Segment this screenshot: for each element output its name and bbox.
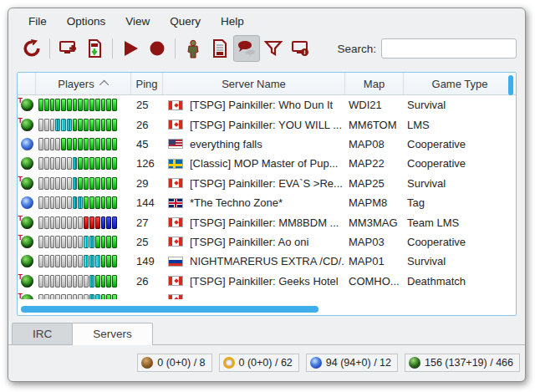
log-button[interactable] — [206, 35, 233, 62]
table-row[interactable] — [18, 291, 516, 299]
table-row[interactable]: 27 [TSPG] Painkiller: MM8BDM ... MM3MAG … — [18, 212, 516, 232]
table-row[interactable]: 149 NIGHTMARERUS EXTRA /CD/... MAP01 Sur… — [18, 252, 516, 271]
player-bar-segment — [50, 177, 55, 190]
ping-cell: 26 — [131, 275, 163, 288]
server-name-cell: [TSPG] Painkiller: Geeks Hotel — [163, 275, 345, 288]
player-bar-segment — [78, 177, 83, 190]
server-details-button[interactable]: i — [287, 35, 313, 62]
record-demo-button[interactable] — [144, 35, 171, 62]
players-cell — [36, 138, 131, 150]
player-bar-segment — [55, 255, 60, 267]
column-header-map[interactable]: Map — [345, 73, 404, 94]
players-cell — [36, 294, 131, 299]
get-wads-button[interactable] — [81, 35, 108, 62]
player-bar-segment — [55, 157, 60, 170]
demo-manager-button[interactable] — [180, 35, 206, 62]
player-bar-segment — [44, 119, 49, 131]
player-bar-segment — [55, 99, 60, 111]
player-bar-segment — [112, 255, 117, 267]
player-bar-segment — [101, 255, 106, 267]
player-bar-segment — [55, 196, 60, 209]
column-header-players[interactable]: Players — [36, 73, 131, 94]
player-bar-segment — [78, 255, 83, 267]
player-bar-segment — [67, 196, 72, 209]
player-bar-segment — [95, 236, 100, 248]
table-row[interactable]: 126 [Classic] MOP Master of Pup... MAP22… — [18, 154, 516, 173]
table-row[interactable]: 25 [TSPG] Painkiller: Who Dun It WDI21 S… — [18, 95, 516, 115]
add-server-button[interactable] — [54, 35, 81, 62]
engine-icon — [21, 275, 33, 288]
player-bar — [38, 275, 117, 288]
player-bar-segment — [38, 236, 43, 248]
table-row[interactable]: 45 everything falls MAP08 Cooperative — [18, 135, 516, 154]
player-bar-segment — [61, 236, 66, 248]
player-bar-segment — [112, 99, 117, 111]
menu-help[interactable]: Help — [214, 13, 251, 29]
column-header-game-type[interactable]: Game Type — [404, 73, 516, 94]
sort-ascending-icon — [99, 80, 109, 89]
player-bar-segment — [84, 157, 89, 170]
add-server-icon — [58, 38, 78, 59]
vertical-scrollbar-thumb[interactable] — [508, 75, 513, 95]
engine-cell — [18, 157, 36, 170]
table-row[interactable]: 26 [TSPG] Painkiller: YOU WILL ... MM6TO… — [18, 115, 516, 134]
server-name: everything falls — [190, 138, 262, 150]
svg-text:i: i — [304, 49, 306, 55]
player-bar-segment — [67, 177, 72, 190]
status-bar: 0 (0+0) / 8 0 (0+0) / 62 94 (94+0) / 12 … — [8, 345, 525, 381]
engine-icon — [21, 255, 33, 267]
srb2-icon — [310, 357, 322, 369]
player-bar-segment — [50, 294, 55, 299]
player-bar-segment — [73, 216, 78, 229]
table-row[interactable]: 25 [TSPG] Painkiller: Ao oni MAP03 Coope… — [18, 232, 516, 252]
engine-icon — [21, 119, 33, 131]
flag-icon — [168, 159, 183, 169]
player-bar-segment — [44, 99, 49, 111]
server-rows: 25 [TSPG] Painkiller: Who Dun It WDI21 S… — [18, 95, 516, 299]
server-name-cell: [TSPG] Painkiller: Ao oni — [163, 236, 345, 248]
player-bar-segment — [78, 138, 83, 150]
player-bar-segment — [38, 177, 43, 190]
horizontal-scrollbar-thumb[interactable] — [21, 306, 318, 313]
menu-query[interactable]: Query — [163, 13, 207, 29]
column-header-ping[interactable]: Ping — [131, 73, 163, 94]
server-name-cell: [TSPG] Painkiller: Who Dun It — [163, 99, 345, 111]
player-bar-segment — [112, 119, 117, 131]
column-header-icon[interactable] — [18, 73, 36, 94]
filter-button[interactable] — [260, 35, 287, 62]
server-name-cell: [TSPG] Painkiller: MM8BDM ... — [163, 216, 345, 229]
player-bar-segment — [61, 196, 66, 209]
players-cell — [36, 119, 131, 131]
join-button[interactable] — [117, 35, 144, 62]
wad-file-icon — [84, 38, 104, 59]
toolbar: i Search: — [8, 31, 525, 67]
table-row[interactable]: 144 *The Techno Zone* MAPM8 Tag — [18, 193, 516, 212]
menu-view[interactable]: View — [119, 13, 156, 29]
player-bar-segment — [106, 216, 111, 229]
player-bar-segment — [84, 177, 89, 190]
menu-options[interactable]: Options — [60, 13, 113, 29]
ping-cell: 149 — [131, 255, 163, 267]
player-bar-segment — [84, 236, 89, 248]
tab-servers[interactable]: Servers — [72, 323, 153, 344]
players-cell — [36, 196, 131, 209]
table-row[interactable]: 26 [TSPG] Painkiller: Geeks Hotel COMHO.… — [18, 272, 516, 291]
player-bar-segment — [44, 294, 49, 299]
tab-irc[interactable]: IRC — [12, 323, 73, 344]
refresh-button[interactable] — [18, 35, 45, 62]
player-bar-segment — [78, 294, 83, 299]
irc-button[interactable] — [233, 35, 260, 62]
menu-file[interactable]: File — [22, 13, 54, 29]
column-header-server-name[interactable]: Server Name — [163, 73, 345, 94]
table-row[interactable]: 29 [TSPG] Painkiller: EVA`S >Re... MAP25… — [18, 174, 516, 193]
engine-icon — [21, 294, 33, 299]
map-cell: MAPM8 — [345, 196, 404, 209]
filter-icon — [263, 38, 283, 59]
server-name-cell: everything falls — [163, 138, 345, 150]
engine-cell — [18, 138, 36, 150]
players-cell — [36, 216, 131, 229]
game-type-cell: Cooperative — [404, 236, 516, 248]
search-input[interactable] — [381, 38, 517, 59]
player-bar — [38, 157, 117, 170]
doomseeker-window: File Options View Query Help — [8, 8, 526, 382]
